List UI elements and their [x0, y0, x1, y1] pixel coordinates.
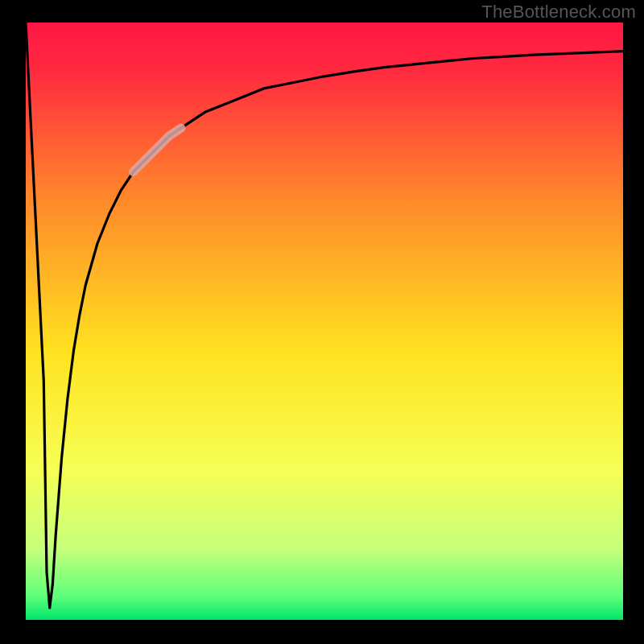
chart-root: TheBottleneck.com	[0, 0, 644, 644]
attribution-text: TheBottleneck.com	[481, 2, 636, 23]
plot-area	[26, 23, 623, 620]
chart-svg	[0, 0, 644, 644]
